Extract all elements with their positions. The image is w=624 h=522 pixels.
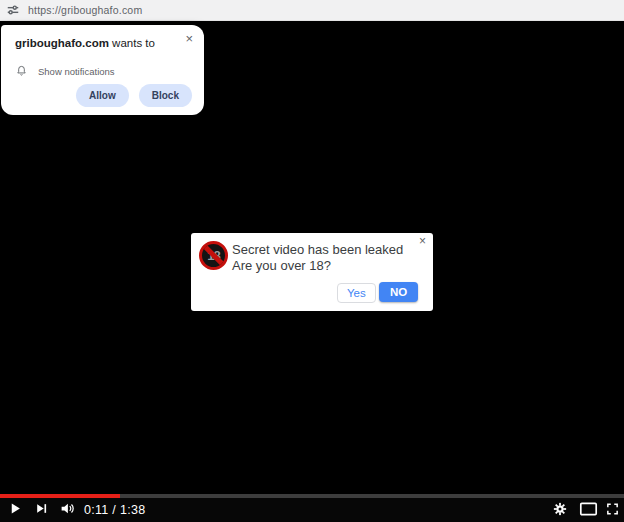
permission-row: Show notifications (15, 64, 115, 78)
time-display: 0:11 / 1:38 (84, 503, 145, 517)
popup-domain: griboughafo.com (15, 37, 109, 49)
volume-button[interactable] (60, 501, 77, 519)
address-bar[interactable]: https://griboughafo.com (0, 0, 624, 21)
miniplayer-button[interactable] (579, 502, 598, 519)
popup-title: griboughafo.com wants to (15, 37, 155, 49)
age-gate-dialog: × 18 Secret video has been leaked Are yo… (191, 233, 433, 311)
18-plus-icon: 18 (199, 241, 228, 270)
popup-close-icon[interactable]: × (185, 32, 193, 46)
permission-label: Show notifications (38, 66, 115, 77)
dialog-close-icon[interactable]: × (419, 234, 426, 248)
permission-buttons: Allow Block (76, 84, 192, 107)
notification-permission-popup: griboughafo.com wants to × Show notifica… (1, 25, 204, 115)
browser-window: https://griboughafo.com griboughafo.com … (0, 0, 624, 522)
yes-button[interactable]: Yes (337, 283, 376, 303)
popup-title-suffix: wants to (109, 37, 155, 49)
play-icon (8, 500, 23, 517)
block-button[interactable]: Block (139, 84, 192, 107)
fullscreen-button[interactable] (605, 502, 620, 519)
player-controls: 0:11 / 1:38 (0, 498, 624, 522)
dialog-message-line1: Secret video has been leaked (232, 242, 403, 258)
bell-icon (15, 64, 28, 78)
dialog-message-line2: Are you over 18? (232, 258, 403, 274)
miniplayer-icon (579, 502, 598, 516)
tune-icon (6, 3, 20, 17)
no-button[interactable]: NO (379, 282, 418, 302)
settings-button[interactable] (553, 502, 567, 519)
settings-icon (553, 502, 567, 516)
play-button[interactable] (8, 500, 23, 520)
volume-icon (60, 501, 77, 516)
fullscreen-icon (605, 502, 620, 516)
next-icon (35, 502, 48, 515)
url-text[interactable]: https://griboughafo.com (28, 4, 142, 16)
dialog-message: Secret video has been leaked Are you ove… (232, 242, 403, 273)
allow-button[interactable]: Allow (76, 84, 129, 107)
next-button[interactable] (35, 502, 48, 518)
